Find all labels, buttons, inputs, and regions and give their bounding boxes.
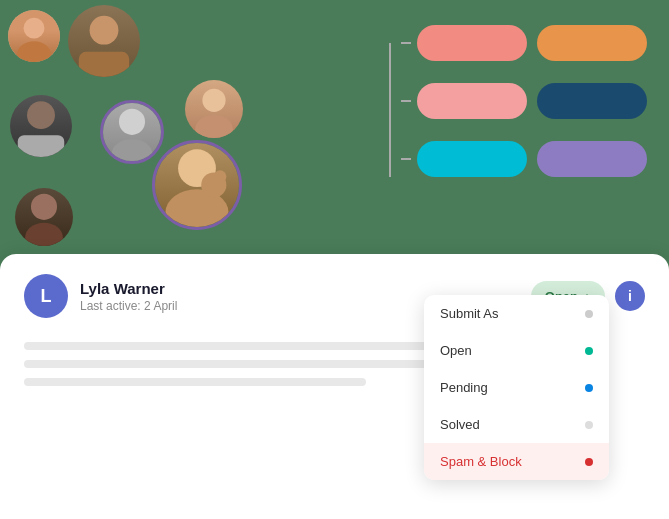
avatar-3 [185,80,243,138]
avatar-5 [100,100,164,164]
flow-line-3 [401,141,649,177]
dropdown-item-pending[interactable]: Pending [424,369,609,406]
dropdown-item-solved[interactable]: Solved [424,406,609,443]
avatar-2 [68,5,140,77]
svg-point-2 [90,16,119,45]
pending-label: Pending [440,380,488,395]
pending-dot [585,384,593,392]
flow-diagram [389,25,649,199]
svg-point-1 [17,41,51,62]
svg-rect-3 [79,52,129,77]
dropdown-item-submit-as[interactable]: Submit As [424,295,609,332]
svg-point-8 [119,109,145,135]
flow-pill-left-1 [417,25,527,61]
dropdown-item-open[interactable]: Open [424,332,609,369]
flow-pill-left-3 [417,141,527,177]
svg-point-5 [195,115,233,138]
submit-as-dot [585,310,593,318]
user-details: Lyla Warner Last active: 2 April [80,280,177,313]
spam-block-dot [585,458,593,466]
flow-pill-left-2 [417,83,527,119]
flow-line-2 [401,83,649,119]
svg-point-14 [31,194,57,220]
info-button[interactable]: i [615,281,645,311]
user-initial: L [41,286,52,307]
solved-dot [585,421,593,429]
spam-block-label: Spam & Block [440,454,522,469]
flow-line-1 [401,25,649,61]
user-status: Last active: 2 April [80,299,177,313]
user-avatar: L [24,274,68,318]
solved-label: Solved [440,417,480,432]
svg-point-13 [214,170,227,183]
avatar-7 [15,188,73,246]
user-info: L Lyla Warner Last active: 2 April [24,274,177,318]
status-dropdown: Submit As Open Pending Solved Spam & Blo… [424,295,609,480]
content-line-2 [24,360,459,368]
svg-point-0 [24,18,45,39]
flow-pill-right-3 [537,141,647,177]
dropdown-item-spam-block[interactable]: Spam & Block [424,443,609,480]
svg-point-15 [25,223,63,246]
svg-rect-7 [18,135,65,157]
svg-point-9 [112,139,153,164]
top-section [0,0,669,270]
info-label: i [628,288,632,304]
avatar-1 [8,10,60,62]
svg-point-6 [27,101,55,129]
user-name: Lyla Warner [80,280,177,297]
flow-pill-right-2 [537,83,647,119]
submit-as-label: Submit As [440,306,499,321]
svg-point-4 [202,89,225,112]
flow-pill-right-1 [537,25,647,61]
content-line-3 [24,378,366,386]
open-dot [585,347,593,355]
avatar-6 [152,140,242,230]
avatar-4 [10,95,72,157]
open-status-label: Open [440,343,472,358]
